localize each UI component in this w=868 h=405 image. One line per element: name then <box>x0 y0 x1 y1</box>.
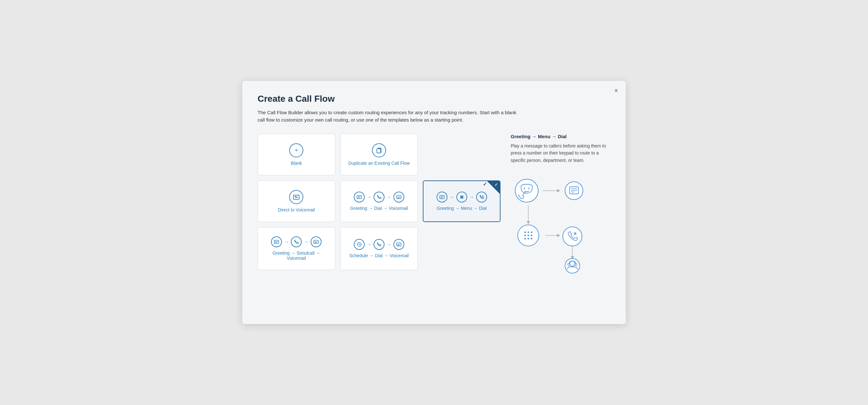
close-button[interactable]: × <box>614 87 618 94</box>
info-panel-description: Play a message to callers before asking … <box>511 142 611 164</box>
duplicate-icon-area <box>372 143 386 157</box>
card-greeting-menu-dial[interactable]: ✓ → <box>423 180 500 222</box>
svg-point-9 <box>462 197 462 197</box>
greeting-dial-voicemail-icon-area: → → <box>354 192 404 202</box>
card-duplicate[interactable]: Duplicate an Existing Call Flow <box>340 134 418 175</box>
card-gdv-label: Greeting → Dial → Voicemail <box>350 206 408 211</box>
sdv-icon-area: → → <box>354 239 404 250</box>
svg-point-38 <box>531 235 532 236</box>
card-schedule-dial-voicemail[interactable]: → → <box>340 227 418 270</box>
svg-point-41 <box>531 238 532 240</box>
svg-marker-29 <box>527 221 530 224</box>
sdv-multi-icon: → → <box>354 239 404 250</box>
modal-title: Create a Call Flow <box>257 94 611 104</box>
sdv-phone-icon <box>374 239 384 250</box>
info-panel: Greeting → Menu → Dial Play a message to… <box>511 134 611 282</box>
gdv-multi-icon: → → <box>354 192 404 202</box>
direct-voicemail-icon-area <box>289 190 303 204</box>
svg-point-13 <box>462 198 463 198</box>
gdv-phone-icon <box>374 192 384 202</box>
sdv-vm-icon <box>394 239 404 250</box>
modal: × Create a Call Flow The Call Flow Build… <box>242 81 626 324</box>
svg-rect-0 <box>377 149 381 153</box>
greeting-menu-dial-icon-area: → → <box>437 192 487 202</box>
svg-point-34 <box>528 232 529 233</box>
svg-point-33 <box>524 232 526 233</box>
selected-checkmark: ✓ <box>494 182 498 187</box>
svg-marker-22 <box>557 189 560 192</box>
svg-rect-2 <box>357 196 362 199</box>
svg-point-40 <box>528 238 529 240</box>
card-gsv-label: Greeting → Simulcall → Voicemail <box>263 251 330 261</box>
gmd-keypad-icon <box>456 192 467 202</box>
gdv-vm-icon <box>394 192 404 202</box>
card-gmd-label: Greeting → Menu → Dial <box>437 206 487 211</box>
gsv-icon-area: → → <box>271 236 321 247</box>
card-blank[interactable]: + Blank <box>257 134 335 175</box>
svg-point-36 <box>524 235 526 236</box>
svg-marker-31 <box>557 234 560 237</box>
svg-point-12 <box>462 198 462 198</box>
card-sdv-label: Schedule → Dial → Voicemail <box>349 253 409 258</box>
svg-point-8 <box>461 197 461 197</box>
card-greeting-simulcall-voicemail[interactable]: → → <box>257 227 335 270</box>
card-grid: + Blank Duplicat <box>257 134 500 270</box>
card-direct-voicemail[interactable]: Direct to Voicemail <box>257 180 335 222</box>
svg-point-23 <box>565 182 583 200</box>
card-blank-label: Blank <box>291 161 302 166</box>
voicemail-icon <box>289 190 303 204</box>
card-greeting-dial-voicemail[interactable]: → → <box>340 180 418 222</box>
card-direct-voicemail-label: Direct to Voicemail <box>278 207 315 212</box>
plus-icon: + <box>289 143 303 157</box>
svg-point-11 <box>461 198 461 198</box>
svg-point-5 <box>461 196 461 196</box>
gmd-multi-icon: → → <box>437 192 487 202</box>
svg-point-18 <box>515 179 538 202</box>
svg-point-7 <box>462 196 463 196</box>
svg-point-20 <box>528 188 530 189</box>
svg-point-46 <box>565 259 580 273</box>
svg-point-19 <box>524 188 525 189</box>
info-panel-title: Greeting → Menu → Dial <box>511 134 611 139</box>
gsv-multi-icon: → → <box>271 236 321 247</box>
svg-point-6 <box>462 196 462 196</box>
svg-point-37 <box>528 235 529 236</box>
card-duplicate-label: Duplicate an Existing Call Flow <box>348 161 410 166</box>
gmd-msg-icon <box>437 192 447 202</box>
sdv-clock-icon <box>354 239 365 250</box>
duplicate-icon <box>372 143 386 157</box>
svg-point-35 <box>531 232 532 233</box>
svg-point-42 <box>563 227 582 246</box>
gsv-phone1-icon <box>291 236 302 247</box>
card-grid-section: + Blank Duplicat <box>257 134 500 282</box>
svg-point-10 <box>462 197 463 197</box>
gdv-msg-icon <box>354 192 365 202</box>
gmd-phone-fwd-icon <box>476 192 487 202</box>
svg-point-39 <box>524 238 526 240</box>
svg-rect-14 <box>274 240 279 243</box>
flow-diagram <box>511 171 600 280</box>
gsv-vm2-icon <box>311 236 321 247</box>
gsv-msg-icon <box>271 236 282 247</box>
modal-description: The Call Flow Builder allows you to crea… <box>257 109 520 123</box>
content-area: + Blank Duplicat <box>257 134 611 282</box>
blank-icon-area: + <box>289 143 303 157</box>
svg-rect-4 <box>440 196 444 199</box>
